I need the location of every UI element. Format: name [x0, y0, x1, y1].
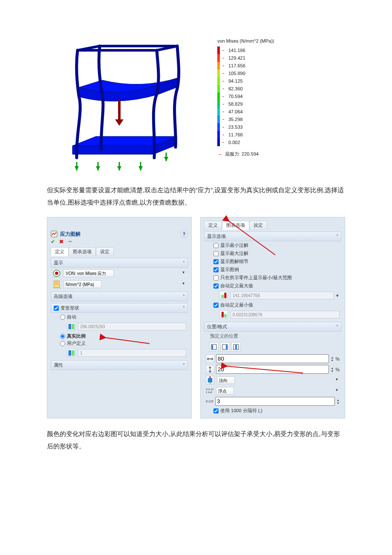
cancel-icon[interactable]: ✖ — [59, 239, 63, 245]
section-advanced[interactable]: 高级选项˅ — [51, 292, 188, 301]
help-icon[interactable]: ? — [180, 230, 188, 238]
cb-show-legend[interactable] — [213, 267, 219, 272]
radio-user-defined[interactable] — [60, 341, 65, 346]
legend-row: 35.298 — [217, 116, 303, 123]
legend-swatch — [217, 123, 220, 131]
tab-chart-options[interactable]: 图表选项 — [222, 221, 249, 230]
legend-value: 0.002 — [228, 140, 240, 145]
spin-up[interactable]: ▲ — [337, 399, 340, 402]
radio-auto[interactable] — [60, 315, 65, 320]
tab-chart-options[interactable]: 图表选项 — [69, 247, 96, 256]
svg-point-19 — [55, 272, 58, 275]
scale-icon — [67, 349, 75, 357]
section-properties[interactable]: 属性˅ — [51, 360, 188, 370]
legend-row: 82.360 — [217, 85, 303, 92]
cb-show-detail[interactable] — [213, 259, 219, 264]
max-icon — [219, 291, 228, 300]
spin-down[interactable]: ▼ — [331, 370, 334, 373]
legend-value: 47.064 — [228, 109, 243, 114]
legend-row: 141.186 — [217, 46, 303, 54]
section-display-options[interactable]: 显示选项˄ — [204, 231, 341, 241]
svg-rect-33 — [212, 345, 213, 349]
yield-arrow-icon: → — [217, 151, 222, 157]
svg-rect-40 — [210, 382, 211, 384]
pushpin-icon[interactable]: ⊸ — [68, 239, 72, 245]
svg-marker-16 — [115, 119, 124, 126]
svg-rect-30 — [222, 312, 224, 318]
chevron-up-icon: ˄ — [336, 234, 338, 239]
height-icon — [206, 365, 214, 374]
legend-swatch — [217, 92, 220, 100]
svg-marker-7 — [117, 166, 121, 171]
pos-center-btn[interactable] — [231, 342, 241, 352]
pos-right-btn[interactable] — [220, 342, 230, 352]
radio-true-scale[interactable] — [60, 334, 65, 339]
tab-definition[interactable]: 定义 — [51, 247, 69, 256]
spin-down[interactable]: ▼ — [337, 402, 340, 405]
chevron-down-icon: ˅ — [183, 294, 185, 299]
legend-swatch — [217, 116, 220, 123]
chevron-down-icon: ˅ — [183, 363, 185, 367]
legend-row: 129.421 — [217, 54, 303, 62]
svg-marker-9 — [164, 157, 168, 161]
legend-swatch — [217, 131, 220, 139]
legend-swatch — [217, 77, 220, 85]
legend-swatch — [217, 54, 220, 62]
cb-show-max[interactable] — [213, 251, 219, 256]
auto-min-value — [231, 311, 340, 318]
chevron-up-icon: ˄ — [183, 260, 185, 265]
decimals-input[interactable] — [215, 397, 335, 406]
cb-thousand-sep[interactable] — [213, 408, 219, 413]
legend-row: 0.002 — [217, 139, 303, 146]
auto-scale-input — [78, 323, 186, 330]
svg-rect-31 — [224, 314, 226, 318]
legend-value: 117.656 — [228, 63, 245, 68]
cb-auto-max[interactable] — [213, 283, 219, 289]
pos-left-btn[interactable] — [209, 342, 219, 352]
deform-shape-checkbox[interactable] — [54, 306, 59, 311]
svg-marker-6 — [96, 166, 100, 171]
legend-swatch — [217, 100, 220, 108]
height-input[interactable] — [216, 365, 329, 374]
width-input[interactable] — [216, 354, 329, 363]
spin-down[interactable]: ▼ — [331, 359, 334, 362]
legend-swatch — [217, 85, 220, 92]
legend-value: 82.360 — [228, 86, 243, 91]
section-deform[interactable]: 变形形状 ˄ — [51, 303, 188, 313]
orientation-select[interactable]: 法向 — [217, 376, 235, 384]
section-pos-format[interactable]: 位置/格式˄ — [204, 322, 341, 332]
orientation-icon — [206, 376, 214, 384]
spin-up[interactable]: ▲ — [331, 367, 334, 370]
spin-up[interactable]: ▲ — [331, 356, 334, 359]
legend-row: 58.829 — [217, 100, 303, 108]
cb-show-min[interactable] — [213, 243, 219, 248]
cb-only-range[interactable] — [213, 275, 219, 280]
legend-row: 23.533 — [217, 123, 303, 131]
chevron-up-icon: ˄ — [336, 324, 338, 329]
decimals-icon: 0.123 — [206, 398, 213, 405]
legend-value: 105.890 — [228, 71, 245, 76]
legend-row: 11.768 — [217, 131, 303, 139]
result-type-select[interactable]: VON: von Mises 应力 — [63, 269, 114, 277]
paragraph-1: 但实际变形量需要设置才能瞧清楚,双击左边结果中的“应力”,设置变形为真实比例或自… — [47, 184, 345, 208]
svg-rect-28 — [224, 293, 226, 298]
legend-row: 94.125 — [217, 77, 303, 85]
section-display[interactable]: 显示˄ — [51, 258, 188, 268]
unit-select[interactable]: N/mm^2 (MPa) — [63, 280, 101, 288]
legend-value: 58.829 — [228, 101, 243, 107]
cb-auto-min[interactable] — [213, 303, 219, 308]
legend-swatch — [217, 62, 220, 69]
svg-rect-37 — [235, 345, 237, 349]
unit-icon — [52, 280, 61, 289]
number-format-select[interactable]: 浮点 — [216, 387, 234, 395]
tab-settings[interactable]: 设定 — [249, 221, 267, 230]
tab-definition[interactable]: 定义 — [204, 221, 222, 230]
tab-settings[interactable]: 设定 — [96, 247, 114, 256]
svg-rect-26 — [72, 350, 74, 356]
chevron-up-icon: ˄ — [183, 306, 185, 310]
ok-icon[interactable]: ✔ — [51, 239, 55, 245]
result-type-icon — [52, 269, 61, 278]
legend-swatch — [217, 108, 220, 116]
legend-row: 105.890 — [217, 69, 303, 77]
width-icon — [206, 355, 214, 363]
